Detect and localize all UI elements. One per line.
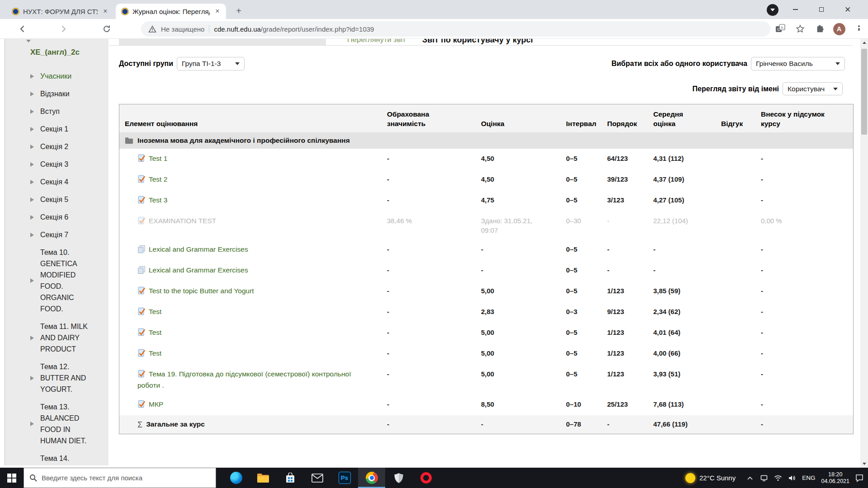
extensions-puzzle-icon[interactable] xyxy=(814,23,826,35)
expander-icon[interactable] xyxy=(30,215,34,220)
sidebar-item[interactable]: Секція 6 xyxy=(5,210,108,227)
page-scrollbar[interactable] xyxy=(860,39,868,468)
browser-menu-icon[interactable] xyxy=(853,23,865,35)
app-opera[interactable] xyxy=(412,468,439,488)
expander-icon[interactable] xyxy=(30,180,34,184)
sidebar-item[interactable]: Відзнаки xyxy=(5,86,108,104)
navigation-sidebar: ХЕ_(англ)_2с УчасникиВідзнакиВступСекція… xyxy=(5,39,108,465)
app-microsoft-store[interactable] xyxy=(277,468,304,488)
sidebar-item[interactable]: Учасники xyxy=(5,69,108,86)
profile-avatar[interactable]: A xyxy=(833,23,845,35)
grade-item-link[interactable]: Test 2 xyxy=(149,175,167,183)
browser-tab-forum[interactable]: НУХТ: ФОРУМ ДЛЯ СТУДЕНТІВ: × xyxy=(6,4,114,19)
expander-icon[interactable] xyxy=(30,278,34,283)
browser-tab-grades[interactable]: Журнал оцінок: Перегляд × xyxy=(116,4,226,19)
expander-icon[interactable] xyxy=(30,127,34,131)
window-minimize-button[interactable] xyxy=(785,0,806,19)
expander-icon[interactable] xyxy=(30,92,34,96)
bookmark-star-icon[interactable] xyxy=(794,23,807,35)
grade-item-link[interactable]: Lexical and Grammar Exercises xyxy=(149,245,248,253)
search-input[interactable] xyxy=(42,474,210,482)
grade-cell: 0–3 xyxy=(566,307,607,318)
translate-icon[interactable]: GA xyxy=(774,23,787,35)
app-chrome[interactable] xyxy=(358,468,385,488)
app-file-explorer[interactable] xyxy=(250,468,277,488)
grade-table-header: Елемент оцінювання Обрахована значимість… xyxy=(119,104,853,132)
address-bar[interactable]: Не защищено cde.nuft.edu.ua/grade/report… xyxy=(141,21,770,37)
grade-item-link[interactable]: Test 3 xyxy=(149,196,167,204)
grade-cell xyxy=(721,369,761,390)
expander-icon[interactable] xyxy=(30,109,34,114)
expander-icon[interactable] xyxy=(30,422,34,426)
sidebar-item[interactable]: Секція 4 xyxy=(5,174,108,192)
tray-device-icon[interactable] xyxy=(760,475,768,481)
sidebar-item[interactable]: Тема 12. BUTTER AND YOGURT. xyxy=(5,359,108,399)
group-select[interactable]: Група ТІ-1-3 xyxy=(177,57,245,70)
expander-icon[interactable] xyxy=(30,74,34,79)
app-mail[interactable] xyxy=(304,468,331,488)
scroll-up-icon[interactable] xyxy=(860,39,868,47)
sidebar-item[interactable]: Секція 2 xyxy=(5,139,108,157)
app-security[interactable] xyxy=(385,468,412,488)
grade-item-link[interactable]: МКР xyxy=(149,400,163,408)
clock[interactable]: 18:20 04.06.2021 xyxy=(821,471,849,485)
volume-icon[interactable] xyxy=(788,475,796,481)
back-button[interactable] xyxy=(16,23,29,35)
app-edge[interactable] xyxy=(222,468,250,488)
tab-user-report[interactable]: Звіт по користувачу у курсі xyxy=(422,39,533,45)
grade-cell: 4,27 (105) xyxy=(653,195,721,206)
scrollbar-thumb[interactable] xyxy=(861,49,867,135)
new-tab-button[interactable]: + xyxy=(232,5,245,18)
window-close-button[interactable]: ✕ xyxy=(837,0,858,19)
sidebar-course-link[interactable]: ХЕ_(англ)_2с xyxy=(30,48,104,57)
grade-cell: 0,00 % xyxy=(761,216,853,235)
window-restore-button[interactable] xyxy=(811,0,832,19)
tray-expand-chevron-icon[interactable] xyxy=(746,476,754,480)
scroll-down-icon[interactable] xyxy=(860,460,868,468)
expander-icon[interactable] xyxy=(30,162,34,167)
reload-button[interactable] xyxy=(100,23,113,35)
tab-close-icon[interactable]: × xyxy=(213,7,222,15)
user-select[interactable]: Грінченко Василь xyxy=(751,57,845,70)
taskbar-search[interactable] xyxy=(24,468,216,488)
sidebar-item[interactable]: Секція 7 xyxy=(5,227,108,245)
view-as-select[interactable]: Користувач xyxy=(783,82,843,95)
language-indicator[interactable]: ENG xyxy=(802,474,815,481)
sidebar-item[interactable]: Секція 3 xyxy=(5,157,108,174)
grade-row: Test 3-4,750–53/1234,27 (105)- xyxy=(119,190,853,211)
sidebar-item[interactable]: Тема 14. UKRAINIAN FOOD xyxy=(5,451,108,465)
sidebar-item[interactable]: Вступ xyxy=(5,104,108,122)
start-button[interactable] xyxy=(0,468,24,488)
expander-icon[interactable] xyxy=(30,233,34,237)
sidebar-item[interactable]: Тема 10. GENETICA MODIFIED FOOD. ORGANIC… xyxy=(5,245,108,319)
grade-item-link[interactable]: EXAMINATION TEST xyxy=(149,217,216,225)
expander-icon[interactable] xyxy=(30,145,34,149)
sidebar-item[interactable]: Секція 1 xyxy=(5,122,108,139)
sidebar-item-label: Тема 10. GENETICA MODIFIED FOOD. ORGANIC… xyxy=(40,249,77,313)
expander-icon[interactable] xyxy=(30,376,34,380)
weather-widget[interactable]: 22°C Sunny xyxy=(685,473,736,483)
grade-cell: - xyxy=(387,265,481,277)
sidebar-item[interactable]: Секція 5 xyxy=(5,192,108,210)
tab-close-icon[interactable]: × xyxy=(101,7,109,15)
grade-item-link[interactable]: Test 1 xyxy=(149,155,167,162)
action-center-icon[interactable] xyxy=(855,474,863,482)
grade-item-link[interactable]: Тема 19. Підготовка до підсумкової (семе… xyxy=(137,370,351,389)
grade-item-link[interactable]: Test xyxy=(149,328,161,336)
wifi-icon[interactable] xyxy=(774,475,782,481)
grade-item-link[interactable]: Lexical and Grammar Exercises xyxy=(149,266,248,274)
grade-item-link[interactable]: Test to the topic Butter and Yogurt xyxy=(149,287,254,295)
grade-cell: - xyxy=(761,195,853,206)
expander-icon[interactable] xyxy=(30,197,34,202)
forward-button[interactable] xyxy=(57,23,70,35)
app-photoshop[interactable]: Ps xyxy=(331,468,358,488)
media-control-icon[interactable] xyxy=(767,4,778,16)
sidebar-item[interactable]: Тема 11. MILK AND DAIRY PRODUCT xyxy=(5,319,108,359)
expander-icon[interactable] xyxy=(30,336,34,340)
grade-item-link[interactable]: Test xyxy=(149,349,161,357)
grade-cell xyxy=(721,399,761,411)
grade-item-link[interactable]: Test xyxy=(149,308,161,315)
sidebar-item[interactable]: Тема 13. BALANCED FOOD IN HUMAN DIET. xyxy=(5,399,108,451)
tab-view-report[interactable]: Переглянути звіт xyxy=(347,39,406,44)
sidebar-item-label: Секція 7 xyxy=(40,231,68,239)
